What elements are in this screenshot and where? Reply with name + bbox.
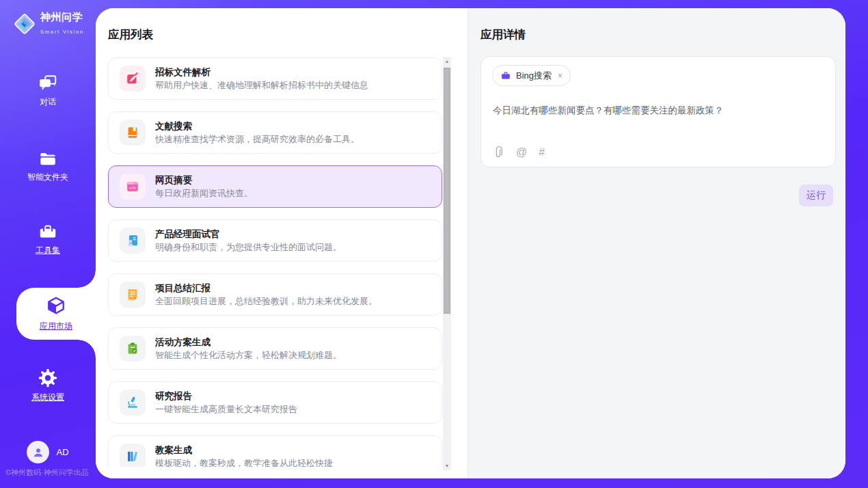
user-account[interactable]: AD: [0, 441, 96, 463]
books-icon: [120, 444, 146, 467]
cube-icon: [46, 295, 66, 316]
app-detail-panel: 应用详情 Bing搜索 × 今日湖北有哪些新闻要点？有哪些需要关注的最新政策？: [467, 8, 845, 478]
sidebar-item-app-market[interactable]: 应用市场: [16, 288, 96, 340]
prompt-card: Bing搜索 × 今日湖北有哪些新闻要点？有哪些需要关注的最新政策？ @ #: [480, 56, 836, 167]
app-card[interactable]: 教案生成 模板驱动，教案秒成，教学准备从此轻松快捷: [108, 435, 442, 467]
folder-icon: [0, 149, 96, 168]
main-content: 应用列表 招标文件解析 帮助用户快速、准确地理解和解析招标书中的关键信息 文献搜…: [96, 8, 845, 478]
sidebar-item-label: 应用市场: [16, 321, 96, 332]
brand-subtitle: Smart Vision: [40, 29, 84, 35]
brand-logo: 神州问学 Smart Vision: [14, 11, 96, 36]
app-name: 招标文件解析: [155, 66, 368, 79]
app-list-viewport: 招标文件解析 帮助用户快速、准确地理解和解析招标书中的关键信息 文献搜索 快速精…: [96, 49, 467, 467]
memo-icon: [120, 282, 146, 308]
book-icon: [120, 120, 146, 146]
app-list-title: 应用列表: [108, 27, 153, 42]
bubble-curve-top: [78, 270, 96, 288]
clipboard-check-icon: [120, 336, 146, 362]
svg-text:</>: </>: [129, 185, 137, 190]
app-description: 快速精准查找学术资源，提高研究效率的必备工具。: [155, 133, 360, 146]
paperclip-icon[interactable]: [493, 146, 504, 159]
attachment-toolbar: @ #: [493, 146, 545, 159]
app-detail-title: 应用详情: [480, 27, 526, 42]
app-description: 帮助用户快速、准确地理解和解析招标书中的关键信息: [155, 79, 368, 92]
app-description: 智能生成个性化活动方案，轻松解决规划难题。: [155, 349, 342, 362]
app-card[interactable]: 产品经理面试官 明确身份和职责，为您提供专业性的面试问题。: [108, 219, 442, 262]
sidebar-item-settings[interactable]: 系统设置: [0, 368, 96, 403]
browser-code-icon: </>: [120, 174, 146, 200]
app-name: 研究报告: [155, 390, 297, 403]
app-card[interactable]: 活动方案生成 智能生成个性化活动方案，轻松解决规划难题。: [108, 327, 442, 370]
sidebar-item-toolset[interactable]: 工具集: [0, 222, 96, 256]
app-card[interactable]: 招标文件解析 帮助用户快速、准确地理解和解析招标书中的关键信息: [108, 57, 442, 100]
scroll-up-icon[interactable]: ▲: [443, 57, 451, 66]
interviewer-icon: [120, 228, 146, 254]
tool-chip-label: Bing搜索: [516, 70, 552, 82]
app-card[interactable]: 研究报告 一键智能生成高质量长文本研究报告: [108, 381, 442, 424]
sidebar-item-smart-folder[interactable]: 智能文件夹: [0, 149, 96, 183]
app-description: 明确身份和职责，为您提供专业性的面试问题。: [155, 241, 342, 254]
app-name: 文献搜索: [155, 120, 360, 133]
app-name: 网页摘要: [155, 174, 253, 187]
prompt-input[interactable]: 今日湖北有哪些新闻要点？有哪些需要关注的最新政策？: [493, 104, 821, 118]
app-name: 活动方案生成: [155, 336, 342, 349]
microscope-icon: [120, 390, 146, 416]
at-mention-icon[interactable]: @: [516, 146, 527, 159]
briefcase-icon: [500, 70, 511, 81]
app-name: 项目总结汇报: [155, 282, 377, 295]
chip-close-icon[interactable]: ×: [558, 71, 562, 81]
toolbox-icon: [0, 222, 96, 241]
sidebar-item-label: 智能文件夹: [0, 172, 96, 183]
gear-icon: [0, 368, 96, 388]
scrollbar[interactable]: ▲ ▼: [443, 57, 451, 470]
app-card[interactable]: </> 网页摘要 每日政府新闻资讯快查。: [108, 165, 442, 208]
avatar: [27, 441, 49, 463]
app-description: 一键智能生成高质量长文本研究报告: [155, 403, 297, 416]
app-description: 模板驱动，教案秒成，教学准备从此轻松快捷: [155, 457, 333, 467]
app-description: 每日政府新闻资讯快查。: [155, 187, 253, 200]
app-description: 全面回顾项目进展，总结经验教训，助力未来优化发展。: [155, 295, 377, 308]
app-cards: 招标文件解析 帮助用户快速、准确地理解和解析招标书中的关键信息 文献搜索 快速精…: [108, 57, 442, 467]
app-window: 神州问学 Smart Vision 对话: [0, 0, 868, 488]
copyright-text: ©神州数码·神州问学出品: [5, 467, 89, 478]
bubble-curve-bottom: [78, 340, 96, 357]
app-list-panel: 应用列表 招标文件解析 帮助用户快速、准确地理解和解析招标书中的关键信息 文献搜…: [96, 8, 467, 478]
sidebar-item-label: 对话: [0, 96, 96, 108]
app-card[interactable]: 项目总结汇报 全面回顾项目进展，总结经验教训，助力未来优化发展。: [108, 273, 442, 316]
sidebar-item-chat[interactable]: 对话: [0, 74, 96, 108]
sidebar-item-label: 系统设置: [0, 392, 96, 403]
app-name: 教案生成: [155, 444, 333, 457]
chat-icon: [0, 74, 96, 93]
diamond-logo-icon: [14, 13, 36, 35]
app-name: 产品经理面试官: [155, 228, 342, 241]
user-initials: AD: [56, 447, 68, 457]
app-card[interactable]: 文献搜索 快速精准查找学术资源，提高研究效率的必备工具。: [108, 111, 442, 154]
scrollbar-thumb[interactable]: [444, 68, 450, 314]
hash-tag-icon[interactable]: #: [539, 146, 545, 159]
edit-document-icon: [120, 66, 146, 92]
scroll-down-icon[interactable]: ▼: [443, 461, 451, 470]
sidebar-item-label: 工具集: [0, 245, 96, 256]
sidebar: 神州问学 Smart Vision 对话: [0, 0, 96, 488]
run-button[interactable]: 运行: [799, 185, 833, 206]
brand-name: 神州问学: [40, 11, 83, 23]
tool-chip-bing-search[interactable]: Bing搜索 ×: [492, 65, 571, 86]
